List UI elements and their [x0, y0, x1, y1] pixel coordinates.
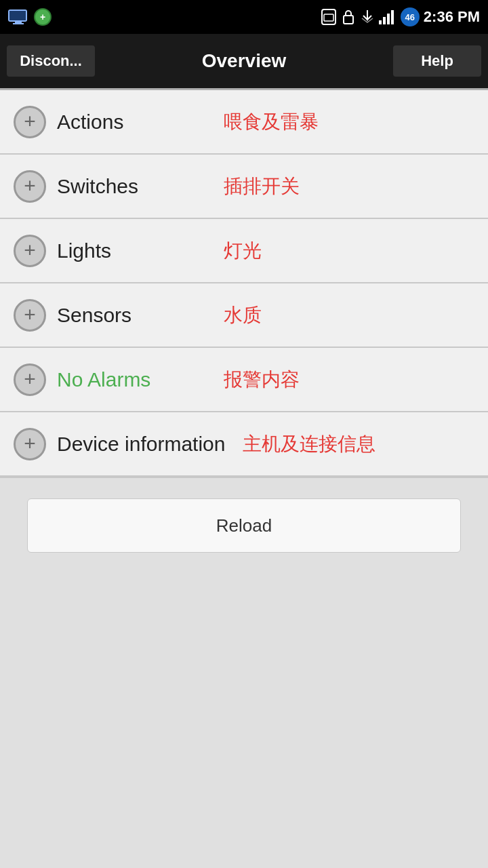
- status-bar-left: +: [8, 8, 52, 26]
- plus-icon-sensors: +: [14, 299, 46, 332]
- list-item-sensors[interactable]: + Sensors 水质: [0, 283, 488, 348]
- actions-label: Actions: [57, 111, 206, 134]
- switches-sublabel: 插排开关: [224, 174, 300, 199]
- switches-label: Switches: [57, 175, 206, 198]
- plus-icon-device-information: +: [14, 428, 46, 460]
- lights-label: Lights: [57, 239, 206, 262]
- lights-sublabel: 灯光: [224, 238, 262, 264]
- help-button[interactable]: Help: [393, 45, 481, 77]
- status-time: 2:36 PM: [424, 8, 480, 26]
- actions-sublabel: 喂食及雷暴: [224, 109, 319, 135]
- list-item-lights[interactable]: + Lights 灯光: [0, 219, 488, 283]
- device-information-sublabel: 主机及连接信息: [243, 431, 375, 457]
- svg-rect-3: [13, 23, 24, 24]
- no-alarms-label: No Alarms: [57, 368, 206, 391]
- list-item-actions[interactable]: + Actions 喂食及雷暴: [0, 90, 488, 155]
- signal-badge: 46: [401, 7, 420, 26]
- screen-icon: [8, 9, 28, 24]
- list-item-no-alarms[interactable]: + No Alarms 报警内容: [0, 348, 488, 412]
- list-item-device-information[interactable]: + Device information 主机及连接信息: [0, 412, 488, 477]
- disconnect-button[interactable]: Discon...: [7, 45, 95, 77]
- sensors-sublabel: 水质: [224, 302, 262, 328]
- plus-icon-no-alarms: +: [14, 363, 46, 396]
- nav-bar: Discon... Overview Help: [0, 34, 488, 88]
- svg-rect-9: [379, 20, 382, 24]
- list-item-switches[interactable]: + Switches 插排开关: [0, 155, 488, 219]
- status-bar-right: 46 2:36 PM: [321, 7, 480, 26]
- no-alarms-sublabel: 报警内容: [224, 367, 300, 393]
- svg-rect-8: [344, 16, 353, 24]
- svg-rect-2: [15, 21, 22, 23]
- green-circle-icon: +: [34, 8, 52, 26]
- svg-rect-7: [324, 14, 333, 21]
- sensors-label: Sensors: [57, 304, 206, 327]
- sim-icon: [321, 9, 337, 25]
- signal-icon: [379, 9, 396, 24]
- svg-text:+: +: [40, 12, 45, 22]
- reload-button[interactable]: Reload: [27, 498, 461, 553]
- device-information-label: Device information: [57, 433, 225, 456]
- svg-rect-12: [391, 10, 394, 24]
- list-container: + Actions 喂食及雷暴 + Switches 插排开关 + Lights…: [0, 90, 488, 478]
- reload-container: Reload: [0, 478, 488, 573]
- svg-rect-10: [383, 17, 386, 24]
- plus-icon-actions: +: [14, 106, 46, 138]
- page-title: Overview: [95, 50, 393, 72]
- plus-icon-lights: +: [14, 235, 46, 267]
- svg-rect-1: [9, 11, 26, 20]
- download-icon: [360, 9, 375, 25]
- lock-icon: [341, 9, 356, 25]
- plus-icon-switches: +: [14, 170, 46, 203]
- status-bar: + 46 2:36 PM: [0, 0, 488, 34]
- svg-rect-11: [387, 14, 390, 24]
